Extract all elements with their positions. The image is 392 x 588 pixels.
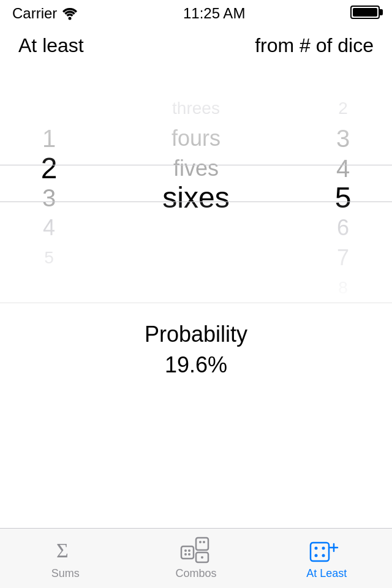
picker-item (0, 94, 98, 124)
probability-value: 19.6% (0, 352, 392, 378)
sums-icon: Σ (52, 537, 79, 564)
svg-point-8 (199, 541, 202, 543)
svg-point-3 (184, 549, 187, 552)
svg-point-6 (188, 553, 190, 556)
picker-item: 4 (294, 153, 392, 183)
pickers-row: 1 2 3 4 5 threes fours fives sixes 2 3 4… (0, 64, 392, 303)
at-least-icon (313, 537, 340, 564)
picker-item: 7 (294, 243, 392, 273)
tab-sums[interactable]: Σ Sums (0, 529, 130, 588)
picker-item (0, 273, 98, 303)
picker-item: 6 (294, 213, 392, 243)
svg-point-5 (184, 553, 187, 556)
picker-item: fours (98, 124, 294, 154)
picker-item-selected: 5 (294, 183, 392, 213)
svg-point-16 (322, 554, 325, 557)
sums-label: Sums (51, 567, 80, 580)
svg-point-11 (201, 556, 203, 559)
carrier-text: Carrier (12, 5, 57, 22)
right-picker[interactable]: 2 3 4 5 6 7 8 (294, 64, 392, 303)
picker-item: 4 (0, 213, 98, 243)
at-least-label: At Least (306, 567, 347, 580)
picker-item: 8 (294, 273, 392, 303)
picker-item: 5 (0, 243, 98, 273)
svg-point-13 (315, 547, 318, 550)
battery-icon (350, 6, 380, 21)
picker-selection-top-line (0, 165, 392, 165)
middle-picker[interactable]: threes fours fives sixes (98, 64, 294, 303)
carrier-label: Carrier (12, 5, 78, 22)
picker-item: 3 (0, 183, 98, 213)
tab-bar: Σ Sums Combos (0, 528, 392, 588)
svg-point-0 (69, 17, 72, 20)
picker-item (98, 64, 294, 94)
svg-point-14 (315, 554, 318, 557)
svg-point-4 (188, 549, 190, 552)
app-header: At least from # of dice (0, 27, 392, 64)
header-left: At least (18, 34, 84, 57)
svg-point-15 (322, 547, 325, 550)
picker-item: threes (98, 94, 294, 124)
combos-icon (183, 537, 209, 564)
left-picker[interactable]: 1 2 3 4 5 (0, 64, 98, 303)
picker-item: fives (98, 153, 294, 183)
tab-at-least[interactable]: At Least (262, 529, 392, 588)
picker-item: 3 (294, 124, 392, 154)
picker-item: 1 (0, 124, 98, 154)
header-right: from # of dice (255, 34, 374, 57)
picker-item-selected: 2 (0, 153, 98, 183)
picker-section[interactable]: 1 2 3 4 5 threes fours fives sixes 2 3 4… (0, 64, 392, 303)
picker-item (0, 64, 98, 94)
picker-item (294, 64, 392, 94)
status-bar: Carrier 11:25 AM (0, 0, 392, 27)
tab-combos[interactable]: Combos (130, 529, 261, 588)
probability-label: Probability (0, 322, 392, 347)
wifi-icon (62, 7, 78, 20)
svg-rect-2 (181, 546, 194, 559)
svg-point-9 (203, 541, 205, 543)
picker-item: 2 (294, 94, 392, 124)
result-section: Probability 19.6% (0, 303, 392, 390)
status-time: 11:25 AM (183, 5, 245, 22)
picker-item-selected: sixes (98, 183, 294, 213)
svg-text:Σ: Σ (56, 539, 69, 562)
svg-rect-7 (196, 538, 208, 550)
svg-rect-12 (311, 543, 329, 561)
picker-selection-bottom-line (0, 202, 392, 202)
combos-label: Combos (175, 567, 216, 580)
